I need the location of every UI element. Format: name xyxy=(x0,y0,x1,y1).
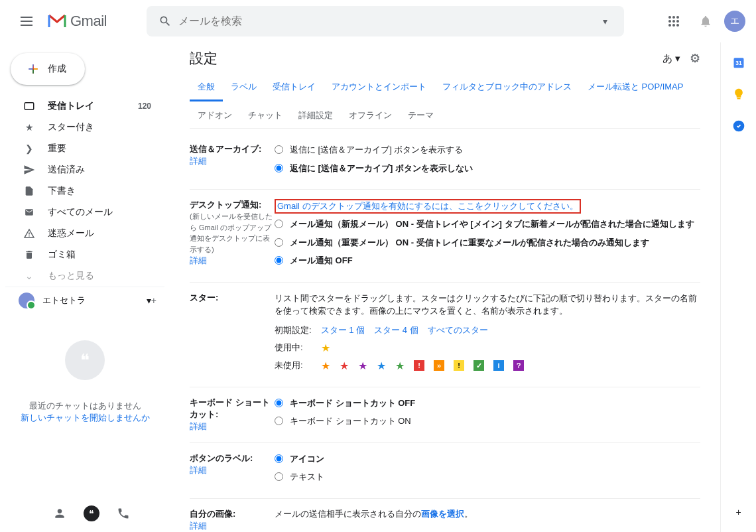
tab-accounts[interactable]: アカウントとインポート xyxy=(324,73,434,101)
gmail-m-icon xyxy=(48,14,66,29)
gear-icon[interactable]: ⚙ xyxy=(690,51,700,66)
tab-themes[interactable]: テーマ xyxy=(400,101,442,128)
star-purple-icon[interactable]: ★ xyxy=(358,360,367,372)
tab-forwarding[interactable]: メール転送と POP/IMAP xyxy=(580,73,691,101)
side-panel: 31 + xyxy=(720,42,756,532)
compose-button[interactable]: 作成 xyxy=(11,53,85,85)
tasks-icon[interactable] xyxy=(732,119,745,133)
account-avatar[interactable]: エ xyxy=(724,11,745,32)
detail-link[interactable]: 詳細 xyxy=(190,465,207,475)
trash-icon xyxy=(23,249,36,261)
select-image-link[interactable]: 画像を選択 xyxy=(421,509,464,519)
radio-shortcut-off[interactable] xyxy=(275,399,283,407)
tab-chat[interactable]: チャット xyxy=(240,101,290,128)
detail-link[interactable]: 詳細 xyxy=(190,421,207,431)
tab-filters[interactable]: フィルタとブロック中のアドレス xyxy=(434,73,580,101)
nav-inbox[interactable]: 受信トレイ120 xyxy=(5,96,164,117)
bang-yellow-icon[interactable]: ! xyxy=(454,360,464,371)
plus-icon xyxy=(27,62,40,76)
hamburger-menu[interactable] xyxy=(11,5,42,37)
search-box[interactable]: ▾ xyxy=(147,6,624,36)
radio-notify-important[interactable] xyxy=(275,238,283,247)
nav-trash[interactable]: ゴミ箱 xyxy=(5,244,164,265)
account-selector[interactable]: エトセトラ ▾ + xyxy=(5,287,164,314)
section-my-image: 自分の画像: 詳細 メールの送信相手に表示される自分の画像を選択。 xyxy=(190,499,700,533)
nav-starred[interactable]: ★スター付き xyxy=(5,117,164,138)
enable-notifications-link[interactable]: Gmail のデスクトップ通知を有効にするには、ここをクリックしてください。 xyxy=(275,199,581,214)
compose-label: 作成 xyxy=(48,63,66,75)
radio-btn-icon[interactable] xyxy=(275,454,283,463)
search-dropdown-icon[interactable]: ▾ xyxy=(592,8,619,34)
tab-general[interactable]: 全般 xyxy=(190,73,223,101)
notifications-icon[interactable] xyxy=(692,8,719,34)
chat-empty-text: 最近のチャットはありません xyxy=(19,400,151,412)
person-icon[interactable] xyxy=(46,500,73,527)
tab-advanced[interactable]: 詳細設定 xyxy=(290,101,341,128)
spam-icon xyxy=(23,228,36,239)
radio-btn-text[interactable] xyxy=(275,472,283,481)
detail-link[interactable]: 詳細 xyxy=(190,521,207,531)
tab-inbox[interactable]: 受信トレイ xyxy=(265,73,324,101)
section-send-archive: 送信＆アーカイブ: 詳細 返信に [送信＆アーカイブ] ボタンを表示する 返信に… xyxy=(190,134,700,190)
detail-link[interactable]: 詳細 xyxy=(190,156,207,166)
chevron-down-icon: ▾ xyxy=(147,295,151,306)
star-icon: ★ xyxy=(23,122,36,133)
star-yellow-icon[interactable]: ★ xyxy=(321,342,330,354)
main-content: 設定 あ ▾ ⚙ 全般 ラベル 受信トレイ アカウントとインポート フィルタとブ… xyxy=(170,42,720,532)
star-red-icon[interactable]: ★ xyxy=(340,360,349,372)
phone-icon[interactable] xyxy=(110,500,137,527)
gmail-logo[interactable]: Gmail xyxy=(48,13,107,30)
radio-shortcut-on[interactable] xyxy=(275,417,283,425)
tab-labels[interactable]: ラベル xyxy=(223,73,265,101)
radio-sa-hide[interactable] xyxy=(275,164,283,172)
sent-icon xyxy=(23,164,36,176)
question-purple-icon[interactable]: ? xyxy=(513,360,524,371)
page-title: 設定 xyxy=(190,49,218,68)
section-stars: スター: リスト間でスターをドラッグします。スターはクリックするたびに下記の順で… xyxy=(190,283,700,387)
bang-red-icon[interactable]: ! xyxy=(414,360,424,371)
sidebar: 作成 受信トレイ120 ★スター付き ❯重要 送信済み 下書き すべてのメール … xyxy=(0,42,170,532)
star-blue-icon[interactable]: ★ xyxy=(377,360,386,372)
search-input[interactable] xyxy=(178,15,592,27)
star-preset-4[interactable]: スター 4 個 xyxy=(374,324,418,336)
section-shortcuts: キーボード ショートカット: 詳細 キーボード ショートカット OFF キーボー… xyxy=(190,387,700,443)
tab-offline[interactable]: オフライン xyxy=(341,101,400,128)
apps-icon[interactable] xyxy=(661,8,687,34)
nav-important[interactable]: ❯重要 xyxy=(5,138,164,159)
add-panel-icon[interactable]: + xyxy=(732,505,745,519)
add-icon[interactable]: + xyxy=(151,295,157,306)
nav-allmail[interactable]: すべてのメール xyxy=(5,202,164,223)
radio-notify-off[interactable] xyxy=(275,256,283,265)
language-selector[interactable]: あ ▾ xyxy=(662,52,680,65)
star-green-icon[interactable]: ★ xyxy=(395,360,405,372)
keep-icon[interactable] xyxy=(732,88,745,101)
chevron-down-icon: ⌄ xyxy=(23,271,36,281)
check-green-icon[interactable]: ✓ xyxy=(473,360,484,371)
nav-spam[interactable]: 迷惑メール xyxy=(5,223,164,244)
chat-start-link[interactable]: 新しいチャットを開始しませんか xyxy=(19,412,151,424)
section-desktop-notify: デスクトップ通知: (新しいメールを受信したら Gmail のポップアップ通知を… xyxy=(190,190,700,283)
sidebar-footer: ❝ xyxy=(0,495,170,532)
nav-more[interactable]: ⌄もっと見る xyxy=(5,265,164,287)
star-preset-1[interactable]: スター 1 個 xyxy=(321,324,365,336)
nav-drafts[interactable]: 下書き xyxy=(5,180,164,202)
section-button-label: ボタンのラベル: 詳細 アイコン テキスト xyxy=(190,443,700,499)
logo-text: Gmail xyxy=(70,13,107,30)
radio-sa-show[interactable] xyxy=(275,145,283,154)
hangouts-tab-icon[interactable]: ❝ xyxy=(78,500,105,527)
draft-icon xyxy=(23,185,36,197)
svg-text:31: 31 xyxy=(735,60,742,66)
chat-area: ❝ 最近のチャットはありません 新しいチャットを開始しませんか xyxy=(5,314,164,437)
hangouts-icon: ❝ xyxy=(65,340,105,380)
star-orange-icon[interactable]: ★ xyxy=(321,360,330,372)
radio-notify-new[interactable] xyxy=(275,220,283,228)
calendar-icon[interactable]: 31 xyxy=(732,56,745,69)
arrow-orange-icon[interactable]: » xyxy=(434,360,444,371)
account-mini-avatar xyxy=(19,293,34,308)
search-icon[interactable] xyxy=(152,8,178,34)
star-preset-all[interactable]: すべてのスター xyxy=(428,324,488,336)
nav-sent[interactable]: 送信済み xyxy=(5,159,164,180)
info-blue-icon[interactable]: i xyxy=(493,360,504,371)
tab-addons[interactable]: アドオン xyxy=(190,101,240,128)
detail-link[interactable]: 詳細 xyxy=(190,255,207,265)
